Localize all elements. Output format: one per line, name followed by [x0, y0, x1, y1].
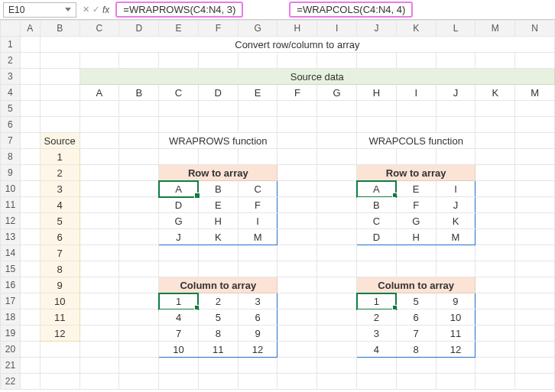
cell[interactable]: 12 [40, 326, 80, 342]
cell[interactable]: 5 [198, 309, 238, 326]
cell[interactable]: 12 [238, 342, 278, 358]
cell[interactable]: 1 [159, 293, 199, 309]
cell[interactable]: 8 [396, 342, 436, 358]
row-header[interactable]: 9 [1, 165, 21, 181]
name-box[interactable]: E10 [3, 2, 76, 18]
cell[interactable]: B [357, 197, 397, 213]
cell[interactable]: G [159, 213, 199, 229]
cell[interactable]: 11 [40, 309, 80, 326]
row-header[interactable]: 19 [1, 326, 21, 342]
cell[interactable]: I [238, 213, 278, 229]
cell[interactable]: K [198, 229, 238, 245]
active-cell[interactable]: A [159, 181, 199, 197]
cell[interactable]: 1 [357, 293, 397, 309]
cell[interactable]: 6 [396, 309, 436, 326]
cell[interactable]: H [198, 213, 238, 229]
cell[interactable]: 9 [436, 293, 475, 309]
cell[interactable]: D [357, 229, 397, 245]
cell[interactable]: D [198, 85, 238, 101]
cell[interactable]: H [357, 85, 397, 101]
cell[interactable]: 10 [436, 309, 475, 326]
col-header[interactable]: K [396, 21, 436, 37]
cell[interactable]: G [396, 213, 436, 229]
row-header[interactable]: 2 [1, 53, 21, 69]
accept-icon[interactable]: ✓ [92, 5, 99, 15]
cell[interactable]: F [238, 197, 278, 213]
col-header[interactable]: M [475, 21, 515, 37]
cell[interactable]: J [436, 197, 475, 213]
cell[interactable]: 4 [357, 342, 397, 358]
row-header[interactable]: 22 [1, 374, 21, 390]
row-header[interactable]: 17 [1, 293, 21, 309]
cell[interactable]: J [436, 85, 475, 101]
row-header[interactable]: 3 [1, 69, 21, 85]
row-header[interactable]: 15 [1, 261, 21, 277]
cell[interactable]: E [238, 85, 278, 101]
cell[interactable]: A [357, 181, 397, 197]
fx-icon[interactable]: fx [102, 5, 109, 15]
cell[interactable]: 7 [40, 245, 80, 261]
cell[interactable]: I [396, 85, 436, 101]
row-header[interactable]: 5 [1, 101, 21, 117]
row-header[interactable]: 14 [1, 245, 21, 261]
col-header[interactable]: N [515, 21, 555, 37]
cell[interactable]: D [159, 197, 199, 213]
cell[interactable]: I [436, 181, 475, 197]
cell[interactable]: 11 [198, 342, 238, 358]
cell[interactable]: K [475, 85, 515, 101]
cell[interactable]: 6 [238, 309, 278, 326]
row-header[interactable]: 12 [1, 213, 21, 229]
cell[interactable]: 9 [238, 326, 278, 342]
cell[interactable]: E [396, 181, 436, 197]
cell[interactable]: 2 [357, 309, 397, 326]
cell[interactable]: 7 [159, 326, 199, 342]
col-header[interactable]: G [238, 21, 278, 37]
cell[interactable]: 8 [40, 261, 80, 277]
col-header[interactable]: E [159, 21, 199, 37]
row-header[interactable]: 6 [1, 117, 21, 133]
chevron-down-icon[interactable] [65, 8, 71, 11]
row-header[interactable]: 16 [1, 277, 21, 293]
row-header[interactable]: 4 [1, 85, 21, 101]
row-header[interactable]: 20 [1, 342, 21, 358]
cell[interactable]: 3 [40, 181, 80, 197]
row-header[interactable]: 7 [1, 133, 21, 149]
cell[interactable]: 6 [40, 229, 80, 245]
cell[interactable]: 9 [40, 277, 80, 293]
cell[interactable]: 7 [396, 326, 436, 342]
col-header[interactable]: L [436, 21, 475, 37]
row-header[interactable]: 8 [1, 149, 21, 165]
cell[interactable]: 10 [40, 293, 80, 309]
row-header[interactable]: 10 [1, 181, 21, 197]
col-header[interactable]: A [20, 21, 40, 37]
formula-input-area[interactable]: =WRAPROWS(C4:N4, 3) =WRAPCOLS(C4:N4, 4) [115, 2, 552, 18]
col-header[interactable]: H [278, 21, 317, 37]
cell[interactable]: F [278, 85, 317, 101]
col-header[interactable]: I [317, 21, 357, 37]
row-header[interactable]: 13 [1, 229, 21, 245]
cell[interactable]: A [80, 85, 119, 101]
cell[interactable]: 4 [40, 197, 80, 213]
cell[interactable]: C [159, 85, 199, 101]
cell[interactable]: C [357, 213, 397, 229]
col-header[interactable]: J [357, 21, 397, 37]
cell[interactable]: H [396, 229, 436, 245]
col-header[interactable]: B [40, 21, 80, 37]
col-header[interactable]: F [198, 21, 238, 37]
cell[interactable]: J [159, 229, 199, 245]
cell[interactable]: 11 [436, 326, 475, 342]
cell[interactable]: 10 [159, 342, 199, 358]
cell[interactable]: 5 [40, 213, 80, 229]
cell[interactable]: M [238, 229, 278, 245]
cell[interactable]: 8 [198, 326, 238, 342]
cell[interactable]: 4 [159, 309, 199, 326]
cancel-icon[interactable]: ✕ [83, 5, 89, 15]
cell[interactable]: E [198, 197, 238, 213]
cell[interactable]: 5 [396, 293, 436, 309]
worksheet[interactable]: A B C D E F G H I J K L M N 1 Convert ro… [0, 20, 555, 390]
row-header[interactable]: 18 [1, 309, 21, 326]
cell[interactable]: K [436, 213, 475, 229]
row-header[interactable]: 21 [1, 358, 21, 374]
cell[interactable]: F [396, 197, 436, 213]
select-all-corner[interactable] [1, 21, 21, 37]
